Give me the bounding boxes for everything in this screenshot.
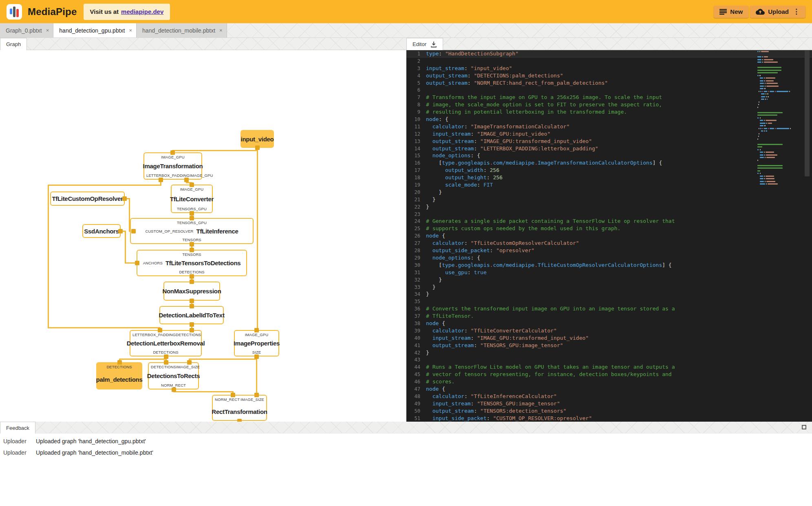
code-line[interactable]: 41 output_stream: "TENSORS_GPU:image_ten… (406, 342, 812, 349)
code-line[interactable]: 19 scale_mode: FIT (406, 181, 812, 189)
doc-tab-Graph_0.pbtxt[interactable]: Graph_0.pbtxt× (0, 23, 53, 37)
minimap-mark (765, 99, 766, 100)
line-number: 29 (406, 255, 426, 262)
upload-menu-icon[interactable]: ⋮ (793, 8, 800, 15)
code-line[interactable]: 18 output_height: 256 (406, 174, 812, 181)
code-line[interactable]: 32 } (406, 276, 812, 284)
code-line[interactable]: 35 (406, 298, 812, 305)
code-line[interactable]: 27 calculator: "TfLiteCustomOpResolverCa… (406, 240, 812, 247)
graph-node-NonMaxSuppression[interactable]: NonMaxSuppression (163, 282, 220, 301)
doc-tab-hand_detection_mobile.pbtxt[interactable]: hand_detection_mobile.pbtxt× (137, 23, 227, 37)
code-line[interactable]: 1type: "HandDetectionSubgraph" (406, 50, 812, 57)
graph-node-ImageTransformation[interactable]: IMAGE_GPUImageTransformationLETTERBOX_PA… (143, 152, 202, 180)
close-tab-icon[interactable]: × (129, 27, 132, 33)
code-token (426, 415, 432, 421)
code-line[interactable]: 49 input_stream: "TENSORS_GPU:image_tens… (406, 400, 812, 407)
graph-port (158, 328, 162, 332)
code-line[interactable]: 7# Transforms the input image on GPU to … (406, 94, 812, 101)
code-editor[interactable]: 1type: "HandDetectionSubgraph"23input_st… (406, 50, 812, 422)
code-line[interactable]: 46# scores. (406, 378, 812, 385)
code-line[interactable]: 22} (406, 203, 812, 211)
code-token (426, 255, 432, 261)
graph-edge (172, 150, 258, 151)
graph-node-DetectionLetterboxRemoval[interactable]: LETTERBOX_PADDINGDETECTIONSDetectionLett… (130, 330, 202, 356)
code-line[interactable]: 20 } (406, 189, 812, 196)
port-label: DETECTIONS (176, 332, 201, 337)
code-line[interactable]: 14 output_stream: "LETTERBOX_PADDING:let… (406, 145, 812, 152)
graph-node-RectTransformation[interactable]: NORM_RECTIMAGE_SIZERectTransformation (212, 395, 267, 421)
feedback-restore-icon[interactable] (802, 425, 806, 429)
code-line[interactable]: 10node: { (406, 116, 812, 123)
minimap-mark (764, 120, 765, 121)
graph-node-ImageProperties[interactable]: IMAGE_GPUImagePropertiesSIZE (234, 330, 279, 356)
code-line[interactable]: 36# Converts the transformed input image… (406, 305, 812, 312)
graph-node-TfLiteCustomOpResolver[interactable]: TfLiteCustomOpResolver (50, 191, 125, 206)
graph-node-TfLiteInference[interactable]: TENSORS_GPUCUSTOM_OP_RESOLVERTfLiteInfer… (130, 218, 254, 244)
code-line[interactable]: 30 [type.googleapis.com/mediapipe.TfLite… (406, 262, 812, 269)
code-line[interactable]: 15 node_options: { (406, 152, 812, 159)
code-line[interactable]: 47node { (406, 385, 812, 393)
code-token (426, 167, 445, 173)
code-line[interactable]: 48 calculator: "TfLiteInferenceCalculato… (406, 393, 812, 400)
graph-node-palm_detections[interactable]: DETECTIONSpalm_detections (96, 362, 142, 389)
graph-node-TfLiteConverter[interactable]: IMAGE_GPUTfLiteConverterTENSORS_GPU (171, 185, 213, 213)
code-line[interactable]: 13 output_stream: "IMAGE_GPU:transformed… (406, 138, 812, 145)
code-line[interactable]: 28 output_side_packet: "opresolver" (406, 247, 812, 254)
line-number: 33 (406, 284, 426, 291)
close-tab-icon[interactable]: × (219, 27, 223, 33)
code-line[interactable]: 16 [type.googleapis.com/mediapipe.ImageT… (406, 159, 812, 167)
minimap-mark (757, 114, 777, 116)
code-line[interactable]: 45# vector of tensors representing, for … (406, 371, 812, 378)
graph-node-TfLiteTensorsToDetections[interactable]: TENSORSANCHORSTfLiteTensorsToDetectionsD… (137, 250, 247, 276)
minimap-mark (770, 91, 774, 92)
code-token: type (442, 262, 455, 268)
doc-tab-hand_detection_gpu.pbtxt[interactable]: hand_detection_gpu.pbtxt× (53, 23, 137, 37)
visit-link[interactable]: mediapipe.dev (121, 8, 163, 15)
graph-node-DetectionLabelIdToText[interactable]: DetectionLabelIdToText (159, 306, 224, 324)
code-line[interactable]: 31 use_gpu: true (406, 269, 812, 276)
code-line[interactable]: 51 input_side_packet: "CUSTOM_OP_RESOLVE… (406, 415, 812, 422)
tab-feedback[interactable]: Feedback (0, 422, 35, 433)
code-line[interactable]: 4output_stream: "DETECTIONS:palm_detecti… (406, 72, 812, 79)
new-button[interactable]: New (714, 6, 748, 18)
code-line[interactable]: 9# resulting in potential letterboxing i… (406, 108, 812, 116)
editor-scrollbar[interactable] (805, 50, 810, 176)
minimap-mark (764, 56, 768, 57)
code-line[interactable]: 33 } (406, 284, 812, 291)
code-line[interactable]: 12 input_stream: "IMAGE_GPU:input_video" (406, 130, 812, 138)
code-line[interactable]: 34} (406, 290, 812, 298)
close-tab-icon[interactable]: × (46, 27, 49, 33)
code-line[interactable]: 6 (406, 86, 812, 94)
code-line[interactable]: 50 output_stream: "TENSORS:detection_ten… (406, 407, 812, 415)
code-line[interactable]: 23 (406, 211, 812, 218)
code-line[interactable]: 2 (406, 57, 812, 65)
upload-button[interactable]: Upload ⋮ (750, 6, 805, 18)
code-line[interactable]: 3input_stream: "input_video" (406, 65, 812, 72)
code-token: input_stream (432, 400, 471, 407)
code-line[interactable]: 38node { (406, 320, 812, 327)
graph-canvas[interactable]: input_videoIMAGE_GPUImageTransformationL… (0, 50, 406, 422)
download-icon[interactable] (430, 41, 437, 48)
code-line[interactable]: 39 calculator: "TfLiteConverterCalculato… (406, 327, 812, 334)
code-line[interactable]: 24# Generates a single side packet conta… (406, 218, 812, 225)
code-line[interactable]: 17 output_width: 256 (406, 167, 812, 174)
code-line[interactable]: 8# image, the scale_mode option is set t… (406, 101, 812, 108)
line-number: 28 (406, 247, 426, 255)
code-token: "TfLiteInferenceCalculator" (471, 393, 557, 399)
code-line[interactable]: 11 calculator: "ImageTransformationCalcu… (406, 123, 812, 130)
code-line[interactable]: 26node { (406, 232, 812, 240)
code-line[interactable]: 37# TfLiteTensor. (406, 312, 812, 320)
tab-graph[interactable]: Graph (0, 38, 27, 50)
code-line[interactable]: 5output_stream: "NORM_RECT:hand_rect_fro… (406, 79, 812, 87)
tab-editor[interactable]: Editor (406, 38, 443, 50)
code-line[interactable]: 44# Runs a TensorFlow Lite model on GPU … (406, 363, 812, 371)
graph-node-DetectionsToRects[interactable]: DETECTIONSIMAGE_SIZEDetectionsToRectsNOR… (148, 362, 199, 389)
code-line[interactable]: 25# supports custom ops needed by the mo… (406, 225, 812, 232)
code-line[interactable]: 43 (406, 356, 812, 363)
code-line[interactable]: 21 } (406, 196, 812, 203)
line-number: 20 (406, 189, 426, 196)
code-line[interactable]: 40 input_stream: "IMAGE_GPU:transformed_… (406, 334, 812, 342)
code-line[interactable]: 42} (406, 349, 812, 356)
code-line[interactable]: 29 node_options: { (406, 254, 812, 262)
graph-node-SsdAnchors[interactable]: SsdAnchors (82, 224, 121, 238)
